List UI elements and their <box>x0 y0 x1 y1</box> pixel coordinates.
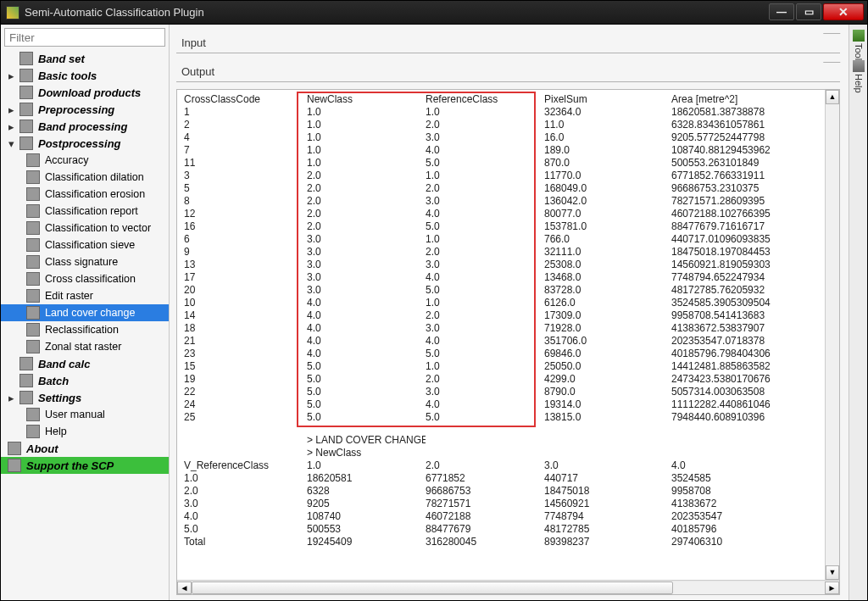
right-dock: Tool Help <box>849 25 867 600</box>
sidebar-item-classification-sieve[interactable]: Classification sieve <box>1 237 169 253</box>
nav-icon <box>26 204 40 218</box>
maximize-button[interactable]: ▭ <box>796 3 821 20</box>
table-row: 82.03.0136042.078271571.28609395 <box>184 195 815 208</box>
nav-icon <box>26 153 40 167</box>
sidebar-item-class-signature[interactable]: Class signature <box>1 253 169 270</box>
vertical-scrollbar[interactable]: ▲ ▼ <box>825 90 839 580</box>
sidebar-item-preprocessing[interactable]: ▸ Preprocessing <box>1 101 169 118</box>
table-row: V_ReferenceClass1.02.03.04.0 <box>184 459 815 472</box>
sidebar-item-cross-classification[interactable]: Cross classification <box>1 270 169 287</box>
app-window: Semi-Automatic Classification Plugin — ▭… <box>0 0 868 601</box>
scroll-up-arrow-icon[interactable]: ▲ <box>826 90 839 104</box>
dock-tab-tool[interactable]: Tool <box>853 30 865 60</box>
sidebar-item-zonal-stat-raster[interactable]: Zonal stat raster <box>1 338 169 355</box>
sidebar-item-reclassification[interactable]: Reclassification <box>1 321 169 338</box>
sidebar-item-land-cover-change[interactable]: Land cover change <box>1 304 169 321</box>
sidebar-item-settings[interactable]: ▸ Settings <box>1 389 169 406</box>
scroll-left-arrow-icon[interactable]: ◄ <box>177 582 192 594</box>
table-row: 255.05.013815.07948440.608910396 <box>184 411 815 424</box>
sidebar-item-band-calc[interactable]: Band calc <box>1 355 169 372</box>
table-row: > LAND COVER CHANGE MATRIX [metre^2] <box>184 434 815 447</box>
nav-icon <box>26 289 40 303</box>
table-row: 3.09205782715711456092141383672 <box>184 498 815 510</box>
sidebar-item-label: Classification report <box>45 205 138 217</box>
filter-input[interactable] <box>4 28 165 47</box>
sidebar-item-batch[interactable]: Batch <box>1 372 169 389</box>
postprocessing-icon <box>19 136 33 150</box>
table-row: 234.05.069846.040185796.798404306 <box>184 348 815 360</box>
sidebar-item-basic-tools[interactable]: ▸ Basic tools <box>1 67 169 84</box>
sidebar-item-accuracy[interactable]: Accuracy <box>1 152 169 169</box>
sidebar-item-label: Settings <box>38 392 81 404</box>
horizontal-scrollbar[interactable]: ◄ ► <box>177 580 839 594</box>
table-row: 184.03.071928.041383672.53837907 <box>184 322 815 335</box>
table-row: 195.02.04299.02473423.5380170676 <box>184 373 815 386</box>
table-row: 133.03.025308.014560921.819059303 <box>184 259 815 271</box>
sidebar-item-postprocessing[interactable]: ▾ Postprocessing <box>1 135 169 152</box>
nav-icon <box>26 323 40 337</box>
chevron-icon: ▸ <box>8 392 14 404</box>
sidebar-item-label: Classification dilation <box>45 171 144 183</box>
table-row: 5.0500553884776794817278540185796 <box>184 523 815 536</box>
chevron-down-icon: ▾ <box>8 137 14 150</box>
help-icon <box>853 60 865 72</box>
table-row: > NewClass <box>184 447 815 459</box>
sidebar-item-download-products[interactable]: Download products <box>1 84 169 101</box>
sidebar-item-edit-raster[interactable]: Edit raster <box>1 287 169 304</box>
sidebar-item-label: User manual <box>45 409 105 420</box>
table-row: 52.02.0168049.096686753.2310375 <box>184 182 815 195</box>
sidebar-item-band-set[interactable]: Band set <box>1 50 169 67</box>
titlebar: Semi-Automatic Classification Plugin — ▭… <box>1 1 867 25</box>
sidebar-item-label: Download products <box>38 86 141 99</box>
sidebar-item-label: Edit raster <box>45 290 93 302</box>
section-input-header[interactable]: Input <box>176 33 840 53</box>
minimize-button[interactable]: — <box>769 3 794 20</box>
sidebar-item-label: About <box>26 442 58 455</box>
table-row: 63.01.0766.0440717.01096093835 <box>184 233 815 246</box>
chevron-icon: ▸ <box>8 120 14 133</box>
sidebar-item-band-processing[interactable]: ▸ Band processing <box>1 118 169 135</box>
chevron-icon: ▸ <box>8 70 14 82</box>
sidebar-item-label: Accuracy <box>45 154 88 166</box>
sidebar-item-label: Postprocessing <box>38 137 121 150</box>
sidebar-item-classification-dilation[interactable]: Classification dilation <box>1 169 169 186</box>
tool-icon <box>853 30 865 42</box>
nav-icon <box>26 425 40 438</box>
sidebar-item-label: Batch <box>38 375 69 387</box>
table-row: 21.02.011.06328.834361057861 <box>184 119 815 131</box>
cross-class-table: CrossClassCodeNewClassReferenceClassPixe… <box>184 93 815 424</box>
window-controls: — ▭ ✕ <box>769 1 867 24</box>
sidebar-item-classification-erosion[interactable]: Classification erosion <box>1 186 169 203</box>
nav-icon <box>19 120 33 133</box>
nav-icon <box>26 170 40 184</box>
scroll-right-arrow-icon[interactable]: ► <box>825 582 839 594</box>
close-button[interactable]: ✕ <box>823 3 864 20</box>
table-row: 1.01862058167718524407173524585 <box>184 472 815 485</box>
sidebar-item-classification-to-vector[interactable]: Classification to vector <box>1 220 169 237</box>
table-row: 173.04.013468.07748794.652247934 <box>184 271 815 284</box>
table-row: 2.0632896686753184750189958708 <box>184 485 815 498</box>
section-output-header[interactable]: Output <box>176 62 840 82</box>
sidebar-item-help[interactable]: Help <box>1 423 169 440</box>
table-row: 11.01.032364.018620581.38738878 <box>184 106 815 119</box>
nav-icon <box>26 187 40 201</box>
table-row: 32.01.011770.06771852.766331911 <box>184 170 815 182</box>
sidebar-item-user-manual[interactable]: User manual <box>1 406 169 423</box>
dock-tab-help[interactable]: Help <box>853 60 865 93</box>
sidebar-item-about[interactable]: About <box>1 440 169 457</box>
chevron-icon: ▸ <box>8 103 14 116</box>
scroll-down-arrow-icon[interactable]: ▼ <box>826 565 839 580</box>
table-header: CrossClassCode <box>184 93 307 106</box>
main-panel: Input Output CrossClassCodeNewClassRefer… <box>170 25 867 600</box>
sidebar-item-support-the-scp[interactable]: Support the SCP <box>1 457 169 474</box>
dock-tab-label: Help <box>854 74 864 93</box>
table-header: PixelSum <box>544 93 671 106</box>
table-row: 71.04.0189.0108740.88129453962 <box>184 144 815 157</box>
table-row: 41.03.016.09205.577252447798 <box>184 131 815 144</box>
sidebar: Band set▸ Basic tools Download products▸… <box>1 25 170 600</box>
output-scroll[interactable]: CrossClassCodeNewClassReferenceClassPixe… <box>177 90 825 580</box>
table-row: 245.04.019314.011112282.440861046 <box>184 398 815 411</box>
table-row: 111.05.0870.0500553.263101849 <box>184 157 815 170</box>
sidebar-item-classification-report[interactable]: Classification report <box>1 203 169 220</box>
dock-tab-label: Tool <box>854 43 864 60</box>
